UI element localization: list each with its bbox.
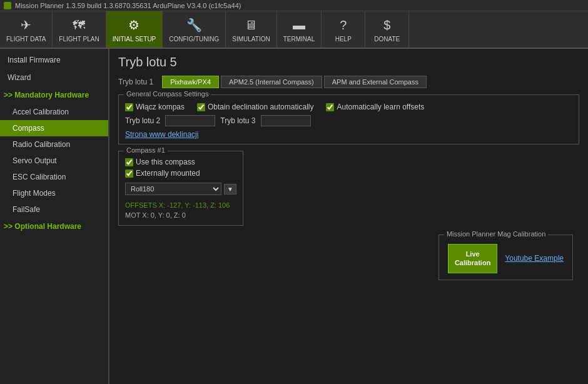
- strona-link[interactable]: Strona www deklinacji: [125, 130, 198, 139]
- titlebar-text: Mission Planner 1.3.59 build 1.3.6870.35…: [15, 2, 241, 9]
- toolbar-help-label: HELP: [335, 36, 352, 43]
- sidebar-item-accel[interactable]: Accel Calibration: [0, 104, 108, 120]
- use-this-compass-check[interactable]: Use this compass: [125, 158, 236, 166]
- auto-learn-check[interactable]: Automatically learn offsets: [326, 103, 424, 111]
- main-layout: Install Firmware Wizard >> Mandatory Har…: [0, 49, 588, 384]
- offsets-display: OFFSETS X: -127, Y: -113, Z: 106: [125, 201, 236, 209]
- sidebar-item-wizard[interactable]: Wizard: [0, 69, 108, 86]
- compass1-checks: Use this compass Externally mounted: [125, 158, 236, 178]
- auto-learn-checkbox[interactable]: [326, 103, 334, 111]
- cal-content: Live Calibration Youtube Example: [448, 244, 564, 273]
- flight-data-icon: ✈: [18, 16, 35, 34]
- include-kompas-checkbox[interactable]: [125, 103, 133, 111]
- sidebar-item-failsafe[interactable]: FailSafe: [0, 201, 108, 218]
- sidebar-item-radio[interactable]: Radio Calibration: [0, 136, 108, 153]
- sidebar: Install Firmware Wizard >> Mandatory Har…: [0, 49, 109, 384]
- sidebar-section-mandatory[interactable]: >> Mandatory Hardware: [0, 86, 108, 104]
- page-title: Tryb lotu 5: [118, 55, 579, 69]
- sidebar-section-optional[interactable]: >> Optional Hardware: [0, 218, 108, 235]
- roll-dropdown-row: Roll180 ▼: [125, 183, 236, 195]
- general-compass-title: General Compass Settings: [124, 90, 211, 98]
- help-icon: ?: [335, 16, 352, 34]
- sidebar-item-flight-modes[interactable]: Flight Modes: [0, 185, 108, 201]
- bottom-area: Mission Planner Mag Calibration Live Cal…: [118, 232, 579, 280]
- toolbar-simulation-label: SIMULATION: [232, 36, 270, 43]
- toolbar-flight-plan[interactable]: 🗺 FLIGHT PLAN: [53, 11, 106, 48]
- config-tuning-icon: 🔧: [185, 16, 203, 34]
- app-icon: [4, 2, 11, 9]
- toolbar-config-tuning[interactable]: 🔧 CONFIG/TUNING: [163, 11, 226, 48]
- content-area: Tryb lotu 5 Tryb lotu 1 Pixhawk/PX4 APM2…: [109, 49, 588, 384]
- toolbar-flight-plan-label: FLIGHT PLAN: [59, 36, 99, 43]
- tab-apm25[interactable]: APM2.5 (Internal Compass): [221, 76, 322, 88]
- compass1-box: Compass #1 Use this compass Externally m…: [118, 151, 243, 226]
- ext-mounted-checkbox[interactable]: [125, 169, 133, 178]
- tab-pixhawk[interactable]: Pixhawk/PX4: [162, 76, 219, 88]
- toolbar-initial-setup[interactable]: ⚙ INITIAL SETUP: [106, 11, 163, 48]
- toolbar-help[interactable]: ? HELP: [322, 11, 365, 48]
- use-this-compass-checkbox[interactable]: [125, 158, 133, 166]
- link-row: Strona www deklinacji: [125, 130, 572, 139]
- live-calibration-button[interactable]: Live Calibration: [448, 244, 497, 273]
- tryb2-input[interactable]: [165, 115, 215, 126]
- toolbar-flight-data-label: FLIGHT DATA: [6, 36, 46, 43]
- sidebar-item-install-firmware[interactable]: Install Firmware: [0, 51, 108, 69]
- cal-box-title: Mission Planner Mag Calibration: [444, 230, 548, 238]
- tab-apm-ext[interactable]: APM and External Compass: [324, 76, 427, 88]
- youtube-link[interactable]: Youtube Example: [505, 254, 564, 263]
- roll-select[interactable]: Roll180: [125, 183, 221, 195]
- tab-row-label: Tryb lotu 1: [118, 78, 153, 86]
- include-kompas-check[interactable]: Włącz kompas: [125, 103, 185, 111]
- toolbar-donate-label: DONATE: [374, 36, 400, 43]
- toolbar-config-tuning-label: CONFIG/TUNING: [169, 36, 219, 43]
- dropdown-arrow-btn[interactable]: ▼: [224, 184, 236, 195]
- flight-plan-icon: 🗺: [70, 16, 88, 34]
- tab-row: Tryb lotu 1 Pixhawk/PX4 APM2.5 (Internal…: [118, 76, 579, 88]
- general-compass-group: General Compass Settings Włącz kompas Ob…: [118, 94, 579, 144]
- terminal-icon: ▬: [290, 16, 308, 34]
- tryb3-label: Tryb lotu 3: [220, 116, 255, 125]
- toolbar-donate[interactable]: $ DONATE: [365, 11, 409, 48]
- obtain-declination-checkbox[interactable]: [197, 103, 205, 111]
- toolbar-flight-data[interactable]: ✈ FLIGHT DATA: [0, 11, 53, 48]
- titlebar: Mission Planner 1.3.59 build 1.3.6870.35…: [0, 0, 588, 11]
- sidebar-item-servo[interactable]: Servo Output: [0, 153, 108, 169]
- tryb-row: Tryb lotu 2 Tryb lotu 3: [125, 115, 572, 126]
- initial-setup-icon: ⚙: [125, 16, 143, 34]
- mot-display: MOT X: 0, Y: 0, Z: 0: [125, 211, 236, 219]
- sidebar-item-compass[interactable]: Compass: [0, 120, 108, 136]
- ext-mounted-check[interactable]: Externally mounted: [125, 169, 236, 178]
- donate-icon: $: [378, 16, 396, 34]
- toolbar-terminal[interactable]: ▬ TERMINAL: [277, 11, 322, 48]
- check-row-top: Włącz kompas Obtain declination automati…: [125, 103, 572, 111]
- sidebar-item-esc[interactable]: ESC Calibration: [0, 169, 108, 185]
- toolbar-initial-setup-label: INITIAL SETUP: [113, 36, 156, 43]
- simulation-icon: 🖥: [242, 16, 260, 34]
- tryb3-input[interactable]: [261, 115, 311, 126]
- tryb2-label: Tryb lotu 2: [125, 116, 160, 125]
- toolbar-simulation[interactable]: 🖥 SIMULATION: [226, 11, 276, 48]
- toolbar: ✈ FLIGHT DATA 🗺 FLIGHT PLAN ⚙ INITIAL SE…: [0, 11, 588, 49]
- compass1-title: Compass #1: [124, 146, 168, 154]
- obtain-declination-check[interactable]: Obtain declination automatically: [197, 103, 313, 111]
- toolbar-terminal-label: TERMINAL: [283, 36, 315, 43]
- calibration-box: Mission Planner Mag Calibration Live Cal…: [438, 235, 573, 280]
